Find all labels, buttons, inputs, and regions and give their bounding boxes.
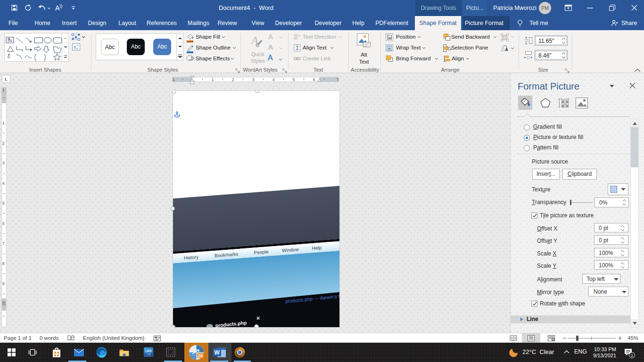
svg-text:W: W	[215, 349, 220, 356]
svg-text:20: 20	[198, 354, 203, 358]
svg-text:A: A	[8, 37, 10, 41]
svg-text:A: A	[74, 45, 76, 49]
svg-text:A: A	[297, 33, 300, 38]
